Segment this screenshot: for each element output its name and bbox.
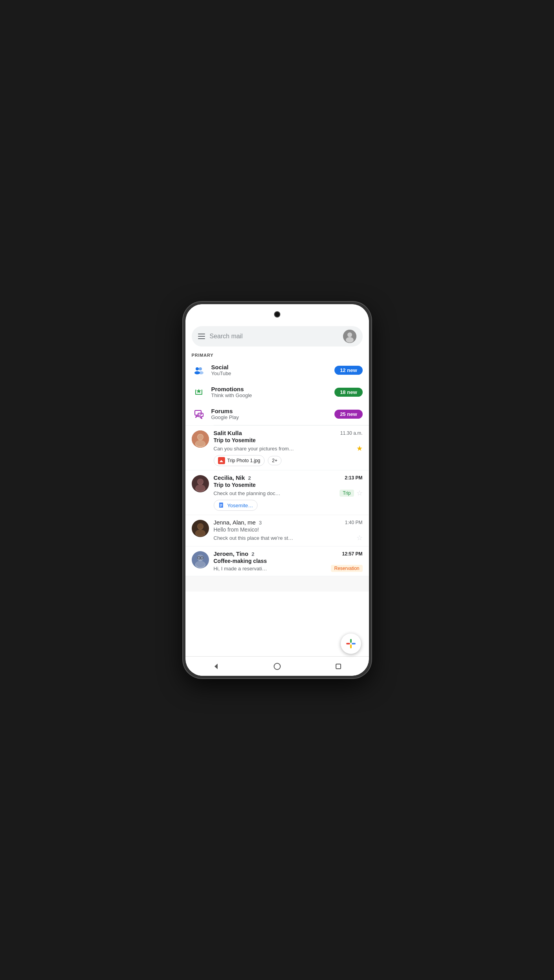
email-avatar-jeroen <box>192 551 209 568</box>
social-name: Social <box>211 364 329 370</box>
email-header-salit: Salit Kulla 11.30 a.m. <box>214 430 363 436</box>
svg-point-41 <box>274 663 280 670</box>
count-jenna: 3 <box>259 520 262 526</box>
status-bar <box>185 304 369 325</box>
social-info: Social YouTube <box>211 364 329 376</box>
social-sub: YouTube <box>211 370 329 376</box>
forums-badge: 25 new <box>334 410 362 419</box>
forums-info: Forums Google Play <box>211 408 329 420</box>
svg-point-26 <box>198 523 203 529</box>
email-avatar-salit <box>192 430 209 448</box>
count-cecilia: 2 <box>248 475 251 481</box>
preview-jeroen: Hi, I made a reservati… <box>214 566 329 572</box>
sender-cecilia: Cecilia, Nik 2 <box>214 474 342 481</box>
svg-rect-37 <box>352 643 356 644</box>
compose-fab[interactable] <box>341 633 361 654</box>
preview-row-cecilia: Check out the planning doc… Trip ☆ <box>214 489 363 497</box>
social-icon <box>192 363 206 377</box>
subject-jeroen: Coffee-making class <box>214 558 267 564</box>
svg-rect-21 <box>220 505 222 506</box>
attachment-img-icon <box>218 457 225 464</box>
email-content-salit: Salit Kulla 11.30 a.m. Trip to Yosemite … <box>214 430 363 466</box>
preview-cecilia: Check out the planning doc… <box>214 490 338 496</box>
preview-row-jenna: Check out this place that we're st… ☆ <box>214 534 363 542</box>
promotions-name: Promotions <box>211 386 329 392</box>
menu-icon[interactable] <box>198 334 205 339</box>
mail-list: Social YouTube 12 new Promotions Think w… <box>185 359 369 656</box>
category-promotions[interactable]: Promotions Think with Google 18 new <box>185 381 369 403</box>
attachment-chip-salit[interactable]: Trip Photo 1.jpg <box>214 455 265 466</box>
home-button[interactable] <box>269 658 286 675</box>
label-trip: Trip <box>340 490 354 497</box>
avatar[interactable] <box>343 330 356 343</box>
more-chip-salit[interactable]: 2+ <box>268 456 282 465</box>
star-jenna[interactable]: ☆ <box>356 534 363 542</box>
doc-row-cecilia: Yosemite… <box>214 500 363 511</box>
time-cecilia: 2:13 PM <box>345 475 362 481</box>
star-cecilia[interactable]: ☆ <box>356 489 363 497</box>
promotions-sub: Think with Google <box>211 392 329 398</box>
email-jenna[interactable]: Jenna, Alan, me 3 1:40 PM Hello from Mex… <box>185 515 369 546</box>
social-badge: 12 new <box>334 366 362 375</box>
subject-row-salit: Trip to Yosemite <box>214 437 363 443</box>
svg-point-3 <box>196 367 199 370</box>
svg-point-17 <box>198 479 203 484</box>
svg-point-1 <box>347 332 352 337</box>
email-jeroen[interactable]: Jeroen, Tino 2 12:57 PM Coffee-making cl… <box>185 546 369 576</box>
attachment-name-salit: Trip Photo 1.jpg <box>227 458 260 463</box>
email-content-jeroen: Jeroen, Tino 2 12:57 PM Coffee-making cl… <box>214 550 363 572</box>
star-salit[interactable]: ★ <box>356 444 363 453</box>
preview-row-salit: Can you share your pictures from… ★ <box>214 444 363 453</box>
email-salit[interactable]: Salit Kulla 11.30 a.m. Trip to Yosemite … <box>185 425 369 470</box>
camera-dot <box>274 311 280 318</box>
svg-rect-39 <box>350 644 352 648</box>
compose-plus-icon <box>345 638 356 649</box>
svg-point-12 <box>198 434 203 440</box>
email-header-jeroen: Jeroen, Tino 2 12:57 PM <box>214 550 363 557</box>
recents-icon <box>334 662 342 670</box>
email-content-cecilia: Cecilia, Nik 2 2:13 PM Trip to Yosemite … <box>214 474 363 511</box>
subject-salit: Trip to Yosemite <box>214 437 256 443</box>
doc-icon <box>218 502 225 509</box>
phone-shell: Search mail PRIMARY <box>183 302 371 678</box>
email-content-jenna: Jenna, Alan, me 3 1:40 PM Hello from Mex… <box>214 519 363 542</box>
subject-row-cecilia: Trip to Yosemite <box>214 482 363 488</box>
time-jenna: 1:40 PM <box>345 520 363 525</box>
svg-rect-38 <box>350 639 352 643</box>
attachments-salit: Trip Photo 1.jpg 2+ <box>214 455 363 466</box>
back-button[interactable] <box>207 658 225 675</box>
bottom-nav <box>185 656 369 676</box>
category-forums[interactable]: Forums Google Play 25 new <box>185 403 369 425</box>
preview-row-jeroen: Hi, I made a reservati… Reservation <box>214 565 363 572</box>
search-placeholder: Search mail <box>210 333 338 340</box>
forums-icon <box>192 407 206 421</box>
svg-point-32 <box>196 561 205 567</box>
email-header-jenna: Jenna, Alan, me 3 1:40 PM <box>214 519 363 526</box>
svg-rect-22 <box>220 506 222 506</box>
svg-point-18 <box>196 485 205 491</box>
email-header-cecilia: Cecilia, Nik 2 2:13 PM <box>214 474 363 481</box>
phone-screen: Search mail PRIMARY <box>185 304 369 676</box>
count-jeroen: 2 <box>252 551 254 557</box>
back-icon <box>212 662 220 670</box>
svg-rect-36 <box>346 643 350 644</box>
subject-cecilia: Trip to Yosemite <box>214 482 256 488</box>
doc-name-cecilia: Yosemite… <box>227 503 253 508</box>
recents-button[interactable] <box>330 658 347 675</box>
search-bar[interactable]: Search mail <box>192 326 363 347</box>
time-jeroen: 12:57 PM <box>342 551 362 557</box>
svg-marker-40 <box>214 664 218 669</box>
email-cecilia[interactable]: Cecilia, Nik 2 2:13 PM Trip to Yosemite … <box>185 470 369 515</box>
svg-point-27 <box>196 530 205 536</box>
svg-rect-20 <box>220 504 222 505</box>
forums-sub: Google Play <box>211 414 329 420</box>
preview-salit: Can you share your pictures from… <box>214 446 354 452</box>
promotions-badge: 18 new <box>334 388 362 397</box>
forums-name: Forums <box>211 408 329 414</box>
category-social[interactable]: Social YouTube 12 new <box>185 359 369 381</box>
doc-chip-cecilia[interactable]: Yosemite… <box>214 500 258 511</box>
section-label: PRIMARY <box>185 350 369 359</box>
svg-point-13 <box>196 440 205 446</box>
promotions-info: Promotions Think with Google <box>211 386 329 398</box>
svg-rect-42 <box>336 664 341 669</box>
